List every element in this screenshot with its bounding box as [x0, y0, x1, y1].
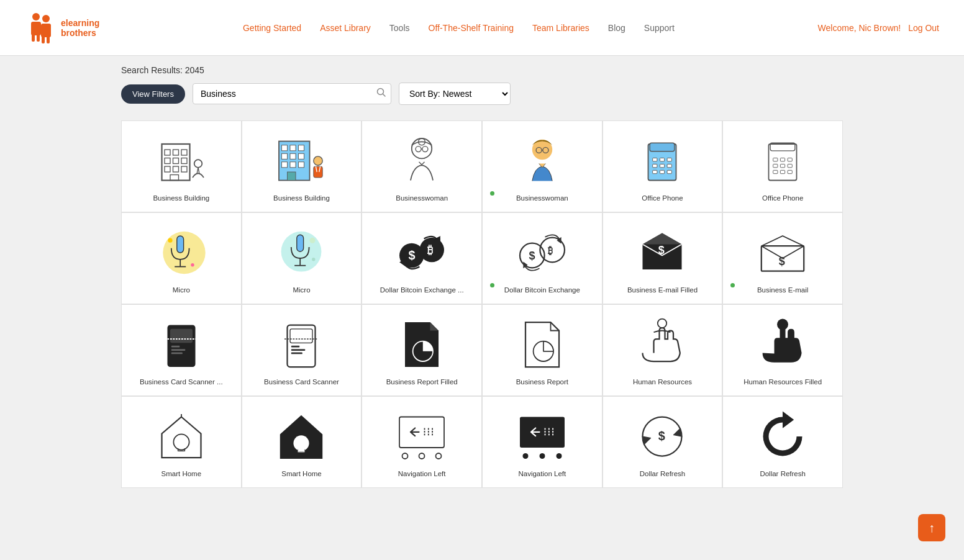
grid-item-11[interactable]: $ Business E-mail: [722, 212, 843, 304]
grid-item-3[interactable]: Businesswoman: [482, 120, 602, 212]
icon-area-2: [370, 132, 474, 189]
svg-point-124: [522, 453, 528, 459]
grid-item-8[interactable]: $ ₿ Dollar Bitcoin Exchange ...: [362, 212, 482, 304]
grid-item-label-9: Dollar Bitcoin Exchange: [504, 286, 580, 295]
nav-tools[interactable]: Tools: [389, 23, 410, 33]
svg-rect-66: [781, 170, 785, 173]
icon-area-15: [490, 316, 594, 373]
svg-text:$: $: [779, 255, 785, 267]
status-dot-11: [730, 283, 735, 287]
svg-rect-5: [37, 33, 40, 42]
grid-item-12[interactable]: Business Card Scanner ...: [121, 304, 242, 396]
svg-rect-7: [47, 35, 50, 43]
svg-rect-56: [668, 170, 672, 173]
svg-rect-96: [171, 349, 186, 351]
grid-item-label-3: Businesswoman: [516, 194, 568, 203]
nav-support[interactable]: Support: [644, 23, 675, 33]
svg-point-68: [163, 231, 205, 273]
grid-item-5[interactable]: Office Phone: [722, 120, 843, 212]
grid-item-17[interactable]: Human Resources Filled: [722, 304, 843, 396]
svg-point-76: [312, 258, 316, 261]
svg-rect-26: [290, 145, 296, 150]
icon-area-12: [129, 316, 234, 373]
logo[interactable]: elearning brothers: [25, 11, 99, 45]
grid-item-2[interactable]: Businesswoman: [362, 120, 482, 212]
svg-text:₿: ₿: [427, 243, 433, 256]
svg-point-35: [314, 156, 322, 165]
grid-item-4[interactable]: Office Phone: [602, 120, 723, 212]
search-row: View Filters Sort By: Newest: [121, 83, 843, 105]
svg-rect-16: [181, 158, 187, 163]
status-dot-9: [490, 283, 494, 287]
grid-item-9[interactable]: $ ₿ Dollar Bitcoin Exchange: [482, 212, 602, 304]
svg-point-126: [556, 453, 562, 459]
icon-area-14: [370, 316, 474, 373]
grid-item-16[interactable]: Human Resources: [602, 304, 723, 396]
grid-item-10[interactable]: $ Business E-mail Filled: [602, 212, 723, 304]
nav-ots-training[interactable]: Off-The-Shelf Training: [429, 23, 514, 33]
grid-item-6[interactable]: Micro: [121, 212, 242, 304]
main-nav: Getting Started Asset Library Tools Off-…: [243, 23, 675, 33]
grid-item-18[interactable]: Smart Home: [121, 396, 242, 488]
grid-item-14[interactable]: Business Report Filled: [362, 304, 482, 396]
grid-item-label-1: Business Building: [273, 194, 330, 203]
grid-item-label-6: Micro: [173, 286, 190, 295]
svg-point-21: [194, 160, 202, 168]
svg-rect-47: [650, 143, 675, 151]
search-input[interactable]: [193, 83, 391, 104]
grid-item-22[interactable]: $ Dollar Refresh: [602, 396, 723, 488]
search-icon-button[interactable]: [376, 88, 386, 100]
svg-rect-6: [42, 35, 45, 43]
icon-area-6: [129, 224, 234, 281]
svg-rect-67: [788, 170, 792, 173]
grid-item-label-21: Navigation Left: [518, 469, 566, 479]
grid-item-15[interactable]: Business Report: [482, 304, 602, 396]
svg-rect-28: [282, 153, 288, 159]
grid-item-7[interactable]: Micro: [242, 212, 362, 304]
svg-rect-29: [290, 153, 296, 159]
svg-rect-59: [773, 158, 778, 161]
svg-point-109: [658, 318, 666, 327]
grid-item-0[interactable]: Business Building: [121, 120, 242, 212]
nav-team-libraries[interactable]: Team Libraries: [532, 23, 589, 33]
svg-rect-34: [288, 172, 296, 181]
grid-item-label-15: Business Report: [516, 377, 568, 387]
svg-rect-32: [290, 161, 296, 167]
svg-rect-27: [299, 145, 304, 150]
svg-point-70: [191, 263, 194, 266]
nav-getting-started[interactable]: Getting Started: [243, 23, 301, 33]
svg-rect-100: [290, 328, 312, 343]
svg-rect-14: [165, 158, 170, 163]
grid-item-23[interactable]: $ Dollar Refresh: [722, 396, 843, 488]
asset-grid: Business Building Business Building: [121, 120, 843, 488]
grid-item-13[interactable]: Business Card Scanner: [242, 304, 362, 396]
icon-area-17: [730, 316, 835, 373]
svg-rect-94: [170, 328, 193, 343]
nav-blog[interactable]: Blog: [608, 23, 625, 33]
sort-select[interactable]: Sort By: Newest: [399, 83, 511, 105]
header: elearning brothers Getting Started Asset…: [0, 0, 964, 56]
grid-item-21[interactable]: Navigation Left: [482, 396, 602, 488]
logout-button[interactable]: Log Out: [908, 23, 939, 33]
scroll-top-button[interactable]: ↑: [918, 514, 945, 541]
svg-rect-13: [181, 150, 187, 155]
svg-point-119: [436, 453, 442, 459]
grid-item-label-2: Businesswoman: [396, 194, 448, 203]
grid-container: Business Building Business Building: [0, 114, 964, 507]
svg-rect-61: [788, 158, 792, 161]
grid-item-19[interactable]: Smart Home: [242, 396, 362, 488]
view-filters-button[interactable]: View Filters: [121, 84, 185, 104]
grid-item-label-0: Business Building: [153, 194, 209, 203]
svg-rect-51: [653, 164, 657, 167]
svg-rect-123: [520, 417, 565, 448]
icon-area-3: [490, 132, 594, 189]
svg-point-112: [173, 434, 189, 449]
svg-text:$: $: [777, 430, 784, 443]
grid-item-20[interactable]: Navigation Left: [362, 396, 482, 488]
svg-rect-103: [291, 352, 302, 354]
svg-rect-60: [781, 158, 785, 161]
toolbar: Search Results: 2045 View Filters Sort B…: [0, 56, 964, 114]
grid-item-1[interactable]: Business Building: [242, 120, 362, 212]
svg-point-114: [294, 435, 309, 451]
nav-asset-library[interactable]: Asset Library: [320, 23, 371, 33]
